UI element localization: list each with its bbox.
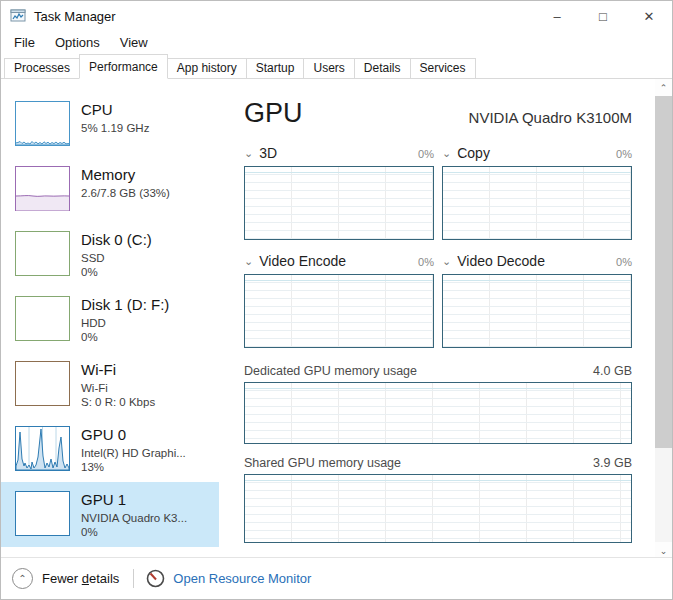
chevron-up-circle-icon: ⌃ xyxy=(12,568,33,589)
engine-header-video-decode[interactable]: ⌄ Video Decode 0% xyxy=(442,253,632,269)
engine-3d-chart xyxy=(244,166,434,240)
minimize-button[interactable]: – xyxy=(534,1,580,31)
sidebar-disk0-type: SSD xyxy=(81,251,152,265)
shared-memory-chart xyxy=(244,474,632,543)
tab-details[interactable]: Details xyxy=(354,58,411,78)
maximize-button[interactable]: □ xyxy=(580,1,626,31)
gpu1-mini-chart xyxy=(15,491,70,536)
cpu-mini-chart xyxy=(15,101,70,146)
sidebar-item-gpu1[interactable]: GPU 1 NVIDIA Quadro K3... 0% xyxy=(1,482,219,547)
sidebar-disk1-title: Disk 1 (D: F:) xyxy=(81,296,169,315)
engine-copy-value: 0% xyxy=(616,148,632,160)
engine-header-3d[interactable]: ⌄ 3D 0% xyxy=(244,145,434,161)
tab-users[interactable]: Users xyxy=(303,58,354,78)
fewer-details-label: Fewer details xyxy=(42,571,119,586)
fewer-details-button[interactable]: ⌃ Fewer details xyxy=(12,568,119,589)
resource-monitor-icon xyxy=(146,569,165,588)
engine-video-encode-chart xyxy=(244,274,434,348)
tab-bar: Processes Performance App history Startu… xyxy=(1,54,672,79)
task-manager-window: Task Manager – □ ✕ File Options View Pro… xyxy=(0,0,673,600)
sidebar-cpu-title: CPU xyxy=(81,101,149,120)
engine-copy-chart xyxy=(442,166,632,240)
menu-options[interactable]: Options xyxy=(45,33,110,52)
task-manager-icon xyxy=(10,8,26,24)
scroll-up-arrow-icon[interactable]: ⌃ xyxy=(655,79,672,96)
close-button[interactable]: ✕ xyxy=(626,1,672,31)
engine-copy-label: Copy xyxy=(457,145,490,161)
sidebar-disk0-title: Disk 0 (C:) xyxy=(81,231,152,250)
sidebar-gpu1-name: NVIDIA Quadro K3... xyxy=(81,511,187,525)
engine-header-copy[interactable]: ⌄ Copy 0% xyxy=(442,145,632,161)
sidebar-memory-stats: 2.6/7.8 GB (33%) xyxy=(81,186,170,200)
footer-divider xyxy=(133,569,134,588)
tab-processes[interactable]: Processes xyxy=(4,58,80,78)
sidebar-gpu1-usage: 0% xyxy=(81,525,187,539)
menu-bar: File Options View xyxy=(1,31,672,54)
gpu0-mini-chart xyxy=(15,426,70,471)
dedicated-memory-label: Dedicated GPU memory usage xyxy=(244,364,417,378)
engine-3d-value: 0% xyxy=(418,148,434,160)
gpu-detail-panel: GPU NVIDIA Quadro K3100M ⌄ 3D 0% ⌄ Copy … xyxy=(231,79,632,559)
sidebar-memory-title: Memory xyxy=(81,166,170,185)
sidebar-disk0-usage: 0% xyxy=(81,265,152,279)
dedicated-memory-max: 4.0 GB xyxy=(593,364,632,378)
tab-app-history[interactable]: App history xyxy=(167,58,247,78)
sidebar-disk1-type: HDD xyxy=(81,316,169,330)
dedicated-memory-chart xyxy=(244,382,632,444)
engine-video-encode-label: Video Encode xyxy=(259,253,346,269)
engine-video-encode-value: 0% xyxy=(418,256,434,268)
sidebar-disk1-usage: 0% xyxy=(81,330,169,344)
content-area: CPU 5% 1.19 GHz Memory 2.6/7.8 GB (33%) xyxy=(1,79,672,559)
chevron-down-icon: ⌄ xyxy=(442,255,451,268)
sidebar-item-gpu0[interactable]: GPU 0 Intel(R) HD Graphi... 13% xyxy=(1,417,219,482)
gpu-device-name: NVIDIA Quadro K3100M xyxy=(469,109,632,127)
sidebar-gpu1-title: GPU 1 xyxy=(81,491,187,510)
window-title: Task Manager xyxy=(34,9,116,24)
chevron-down-icon: ⌄ xyxy=(442,147,451,160)
memory-mini-chart xyxy=(15,166,70,211)
engine-video-decode-value: 0% xyxy=(616,256,632,268)
vertical-scrollbar[interactable]: ⌃ ⌄ xyxy=(655,79,672,559)
sidebar-cpu-stats: 5% 1.19 GHz xyxy=(81,121,149,135)
sidebar-gpu0-title: GPU 0 xyxy=(81,426,186,445)
disk0-mini-chart xyxy=(15,231,70,276)
tab-services[interactable]: Services xyxy=(410,58,476,78)
scrollbar-thumb[interactable] xyxy=(655,96,672,448)
sidebar-item-wifi[interactable]: Wi-Fi Wi-Fi S: 0 R: 0 Kbps xyxy=(1,352,219,417)
disk1-mini-chart xyxy=(15,296,70,341)
shared-memory-max: 3.9 GB xyxy=(593,456,632,470)
tab-startup[interactable]: Startup xyxy=(246,58,305,78)
sidebar-wifi-rates: S: 0 R: 0 Kbps xyxy=(81,395,155,409)
sidebar-wifi-title: Wi-Fi xyxy=(81,361,155,380)
chevron-down-icon: ⌄ xyxy=(244,147,253,160)
sidebar-item-disk0[interactable]: Disk 0 (C:) SSD 0% xyxy=(1,222,219,287)
sidebar-gpu0-name: Intel(R) HD Graphi... xyxy=(81,446,186,460)
chevron-down-icon: ⌄ xyxy=(244,255,253,268)
menu-file[interactable]: File xyxy=(4,33,45,52)
title-bar[interactable]: Task Manager – □ ✕ xyxy=(1,1,672,31)
sidebar-item-cpu[interactable]: CPU 5% 1.19 GHz xyxy=(1,92,219,157)
shared-memory-label: Shared GPU memory usage xyxy=(244,456,401,470)
gpu-panel-title: GPU xyxy=(244,100,303,127)
sidebar-wifi-name: Wi-Fi xyxy=(81,381,155,395)
performance-sidebar: CPU 5% 1.19 GHz Memory 2.6/7.8 GB (33%) xyxy=(1,79,219,559)
engine-header-video-encode[interactable]: ⌄ Video Encode 0% xyxy=(244,253,434,269)
engine-video-decode-label: Video Decode xyxy=(457,253,545,269)
engine-video-decode-chart xyxy=(442,274,632,348)
sidebar-gpu0-usage: 13% xyxy=(81,460,186,474)
wifi-mini-chart xyxy=(15,361,70,406)
sidebar-item-memory[interactable]: Memory 2.6/7.8 GB (33%) xyxy=(1,157,219,222)
menu-view[interactable]: View xyxy=(110,33,158,52)
sidebar-item-disk1[interactable]: Disk 1 (D: F:) HDD 0% xyxy=(1,287,219,352)
engine-3d-label: 3D xyxy=(259,145,277,161)
tab-performance[interactable]: Performance xyxy=(79,54,168,79)
open-resource-monitor-link[interactable]: Open Resource Monitor xyxy=(173,571,311,586)
footer-bar: ⌃ Fewer details Open Resource Monitor xyxy=(1,557,672,599)
